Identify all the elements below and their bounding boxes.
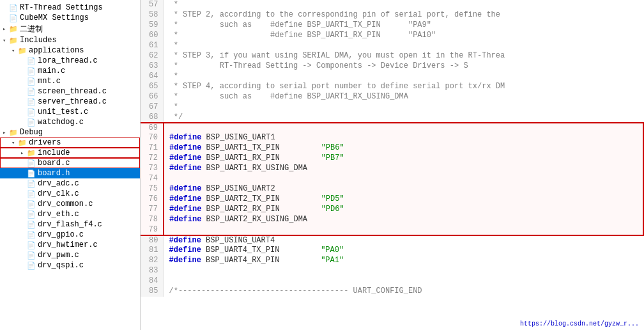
tree-item-label: drv_eth.c [38, 210, 79, 219]
code-line-64: 64 * [141, 72, 643, 82]
line-content: #define BSP_UART2_RX_USING_DMA [164, 215, 643, 225]
code-line-66: 66 * such as #define BSP_UART1_RX_USING_… [141, 92, 643, 102]
line-content: #define BSP_UART2_TX_PIN "PD5" [164, 194, 643, 205]
code-line-57: 57 * [141, 0, 643, 10]
tree-item-label: watchdog.c [38, 118, 84, 127]
code-line-79: 79 [141, 225, 643, 235]
file-icon: 📄 [27, 200, 36, 208]
line-content: * such as #define BSP_UART1_RX_USING_DMA [164, 92, 643, 102]
tree-item-lora-thread[interactable]: 📄lora_thread.c [0, 56, 140, 66]
tree-item-drv-common[interactable]: 📄drv_common.c [0, 199, 140, 209]
file-icon: 📄 [27, 118, 36, 127]
tree-item-drv-flash-f4[interactable]: 📄drv_flash_f4.c [0, 219, 140, 230]
tree-item-board-c[interactable]: 📄board.c [0, 158, 140, 168]
code-line-67: 67 * [141, 102, 643, 113]
line-content: #define BSP_UART1_RX_USING_DMA [164, 164, 643, 174]
line-content [164, 266, 643, 276]
tree-item-drv-qspi[interactable]: 📄drv_qspi.c [0, 260, 140, 271]
file-icon: 📄 [27, 210, 36, 219]
file-icon: 📄 [27, 262, 36, 270]
line-content: #define BSP_UART4_RX_PIN "PA1" [164, 256, 643, 266]
code-editor[interactable]: 57 *58 * STEP 2, according to the corres… [141, 0, 644, 330]
file-icon: 📄 [27, 98, 36, 106]
line-number: 69 [141, 123, 164, 133]
tree-item-server-thread[interactable]: 📄server_thread.c [0, 97, 140, 107]
tree-item-label: board.h [38, 169, 70, 178]
code-line-73: 73#define BSP_UART1_RX_USING_DMA [141, 164, 643, 174]
line-content: * [164, 0, 643, 10]
line-number: 64 [141, 72, 164, 82]
code-line-84: 84 [141, 276, 643, 287]
line-content: * [164, 102, 643, 113]
folder-icon: 📁 [9, 36, 18, 45]
tree-item-unit-test[interactable]: 📄unit_test.c [0, 107, 140, 117]
code-line-85: 85/*------------------------------------… [141, 287, 643, 297]
tree-item-label: drv_pwm.c [38, 251, 79, 260]
file-icon: 📄 [27, 190, 36, 198]
line-number: 66 [141, 92, 164, 102]
folder-icon: 📁 [9, 129, 18, 137]
tree-item-label: server_thread.c [38, 97, 107, 106]
tree-item-label: screen_thread.c [38, 87, 107, 96]
file-icon: 📄 [27, 231, 36, 239]
line-content: #define BSP_USING_UART1 [164, 133, 643, 143]
tree-item-drv-hwtimer[interactable]: 📄drv_hwtimer.c [0, 240, 140, 250]
tree-item-drv-adc[interactable]: 📄drv_adc.c [0, 178, 140, 189]
line-content: * RT-Thread Setting -> Components -> Dev… [164, 61, 643, 72]
tree-item-label: include [38, 148, 70, 157]
line-content: * STEP 2, according to the corresponding… [164, 10, 643, 20]
line-number: 77 [141, 205, 164, 215]
line-number: 59 [141, 20, 164, 31]
line-content: */ [164, 113, 643, 123]
tree-item-rt-thread-settings[interactable]: 📄RT-Thread Settings [0, 3, 140, 13]
tree-item-er-jinjian[interactable]: ▸📁二进制 [0, 23, 140, 35]
line-number: 72 [141, 153, 164, 164]
code-line-63: 63 * RT-Thread Setting -> Components -> … [141, 61, 643, 72]
tree-item-applications[interactable]: ▾📁applications [0, 45, 140, 56]
tree-item-drv-gpio[interactable]: 📄drv_gpio.c [0, 230, 140, 240]
file-icon: 📄 [27, 241, 36, 249]
tree-item-watchdog[interactable]: 📄watchdog.c [0, 117, 140, 127]
tree-item-mnt-c[interactable]: 📄mnt.c [0, 76, 140, 86]
tree-item-drivers[interactable]: ▾📁drivers [0, 138, 140, 148]
code-line-75: 75#define BSP_USING_UART2 [141, 184, 643, 194]
folder-icon: 📁 [18, 139, 27, 147]
line-number: 70 [141, 133, 164, 143]
line-content: #define BSP_USING_UART4 [164, 235, 643, 246]
tree-item-drv-eth[interactable]: 📄drv_eth.c [0, 209, 140, 219]
code-table: 57 *58 * STEP 2, according to the corres… [141, 0, 644, 297]
tree-item-label: applications [29, 46, 84, 55]
tree-item-drv-pwm[interactable]: 📄drv_pwm.c [0, 250, 140, 260]
code-line-60: 60 * #define BSP_UART1_RX_PIN "PA10" [141, 31, 643, 41]
tree-item-screen-thread[interactable]: 📄screen_thread.c [0, 86, 140, 97]
line-number: 57 [141, 0, 164, 10]
chevron-icon: ▾ [12, 47, 18, 54]
tree-item-board-h[interactable]: 📄board.h [0, 168, 140, 178]
line-content: * STEP 4, according to serial port numbe… [164, 82, 643, 92]
tree-item-label: drv_hwtimer.c [38, 240, 98, 249]
line-content: * STEP 3, if you want using SERIAL DMA, … [164, 51, 643, 61]
tree-item-includes[interactable]: ▾📁Includes [0, 35, 140, 45]
tree-item-main-c[interactable]: 📄main.c [0, 66, 140, 76]
code-line-61: 61 * [141, 41, 643, 51]
tree-item-label: drivers [29, 138, 61, 147]
code-line-58: 58 * STEP 2, according to the correspond… [141, 10, 643, 20]
code-line-76: 76#define BSP_UART2_TX_PIN "PD5" [141, 194, 643, 205]
code-line-82: 82#define BSP_UART4_RX_PIN "PA1" [141, 256, 643, 266]
code-line-70: 70#define BSP_USING_UART1 [141, 133, 643, 143]
tree-item-label: board.c [38, 159, 70, 168]
tree-item-drv-clk[interactable]: 📄drv_clk.c [0, 189, 140, 199]
tree-item-cubemx-settings[interactable]: 📄CubeMX Settings [0, 13, 140, 23]
line-number: 80 [141, 235, 164, 246]
file-icon: 📄 [27, 77, 36, 86]
tree-item-debug[interactable]: ▸📁Debug [0, 127, 140, 138]
tree-item-label: 二进制 [20, 24, 43, 35]
line-number: 60 [141, 31, 164, 41]
line-number: 75 [141, 184, 164, 194]
file-icon: 📄 [27, 108, 36, 116]
tree-item-include[interactable]: ▸📁include [0, 148, 140, 158]
tree-item-label: drv_common.c [38, 200, 93, 208]
tree-item-label: drv_adc.c [38, 179, 79, 188]
file-tree[interactable]: 📄RT-Thread Settings📄CubeMX Settings▸📁二进制… [0, 0, 141, 330]
file-icon: 📄 [27, 159, 36, 168]
